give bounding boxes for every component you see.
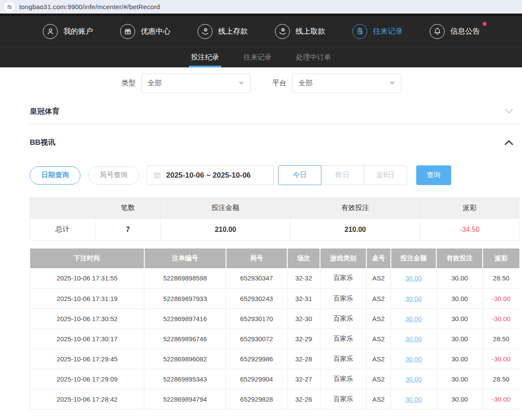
cell-game-type: 百家乐 xyxy=(320,308,366,329)
cell-session: 32-27 xyxy=(287,369,320,389)
nav-item-label: 线上取款 xyxy=(296,26,325,36)
header-table-id: 桌号 xyxy=(366,248,391,268)
bet-amount-link[interactable]: 30.00 xyxy=(405,396,422,403)
cell-round-id: 652930072 xyxy=(226,329,288,349)
summary-header-row: 笔数 投注金额 有效投注 派彩 xyxy=(30,198,519,219)
cell-round-id: 652930170 xyxy=(226,308,288,329)
table-row: 2025-10-06 17:28:42522869894794652929828… xyxy=(30,389,520,409)
tab-transaction-records[interactable]: 往来记录 xyxy=(241,47,274,67)
today-button[interactable]: 今日 xyxy=(278,165,321,185)
cell-session: 32-29 xyxy=(287,329,320,349)
deposit-icon: ¥ xyxy=(198,24,212,39)
cell-order-id: 522869894794 xyxy=(144,389,226,409)
cell-table-id: AS2 xyxy=(366,369,391,389)
cell-valid-bet: 30.00 xyxy=(436,308,483,329)
query-toolbar: 日期查询 局号查询 2025-10-06 ~ 2025-10-06 今日 昨日 … xyxy=(30,165,519,185)
cell-order-id: 522869897933 xyxy=(144,288,226,308)
cell-payout: 28.50 xyxy=(483,329,519,349)
section-divider xyxy=(30,124,519,124)
platform-filter-label: 平台 xyxy=(272,79,286,88)
summary-total-label: 总计 xyxy=(30,219,95,241)
cell-order-id: 522869897416 xyxy=(144,308,226,329)
summary-total-row: 总计 7 210.00 210.00 -34.50 xyxy=(30,219,519,241)
bet-amount-link[interactable]: 30.00 xyxy=(405,295,422,302)
cell-game-type: 百家乐 xyxy=(320,268,366,288)
section-title: 皇冠体育 xyxy=(30,106,59,116)
withdraw-icon: $ xyxy=(275,24,290,39)
cell-table-id: AS2 xyxy=(366,329,391,349)
section-huangguan-sports[interactable]: 皇冠体育 xyxy=(30,98,519,124)
date-shortcut-group: 今日 昨日 近8日 xyxy=(278,165,407,185)
type-filter-label: 类型 xyxy=(122,79,136,88)
cell-bet-amount: 30.00 xyxy=(391,329,437,349)
cell-table-id: AS2 xyxy=(366,288,391,308)
chevron-up-icon[interactable] xyxy=(504,139,514,146)
cell-game-type: 百家乐 xyxy=(320,349,366,369)
date-range-input[interactable]: 2025-10-06 ~ 2025-10-06 xyxy=(147,165,274,185)
cell-session: 32-30 xyxy=(287,308,320,329)
cell-valid-bet: 30.00 xyxy=(436,329,483,349)
date-query-button[interactable]: 日期查询 xyxy=(30,166,80,185)
cell-round-id: 652930347 xyxy=(226,268,288,288)
tab-bet-records[interactable]: 投注纪录 xyxy=(189,47,221,67)
summary-header-bet-amount: 投注金额 xyxy=(161,198,290,219)
url-text[interactable]: tongbao31.com:9900/infe/mcenter/#/betRec… xyxy=(19,3,160,10)
chevron-down-icon[interactable] xyxy=(504,108,514,115)
platform-select[interactable]: 全部 xyxy=(292,74,401,93)
nav-item-announcements[interactable]: 信息公告 xyxy=(430,24,480,39)
summary-count-value: 7 xyxy=(95,219,161,241)
table-row: 2025-10-06 17:30:52522869897416652930170… xyxy=(30,308,520,329)
header-round-id: 局号 xyxy=(226,248,288,268)
type-select[interactable]: 全部 xyxy=(141,74,251,93)
cell-payout: -30.00 xyxy=(483,288,519,308)
nav-item-deposit[interactable]: ¥ 线上存款 xyxy=(198,24,248,39)
header-valid-bet: 有效投注 xyxy=(436,248,483,268)
bet-amount-link[interactable]: 30.00 xyxy=(405,355,422,363)
table-row: 2025-10-06 17:30:17522869896746652930072… xyxy=(30,329,520,349)
cell-game-type: 百家乐 xyxy=(320,288,366,308)
bet-amount-link[interactable]: 30.00 xyxy=(405,375,422,383)
platform-select-value: 全部 xyxy=(299,79,313,88)
summary-header-payout: 派彩 xyxy=(420,198,519,219)
cell-bet-amount: 30.00 xyxy=(391,349,437,369)
cell-valid-bet: 30.00 xyxy=(436,288,483,308)
cell-session: 32-31 xyxy=(287,288,320,308)
cell-bet-amount: 30.00 xyxy=(391,268,437,288)
table-row: 2025-10-06 17:29:45522869896082652929986… xyxy=(30,349,520,369)
cell-bet-time: 2025-10-06 17:31:55 xyxy=(30,268,144,288)
cell-round-id: 652929828 xyxy=(226,389,288,409)
type-select-value: 全部 xyxy=(148,79,162,88)
last-8-days-button[interactable]: 近8日 xyxy=(364,165,407,185)
nav-item-my-account[interactable]: 我的账户 xyxy=(43,24,93,39)
nav-item-records[interactable]: 往来记录 xyxy=(352,24,403,39)
bet-amount-link[interactable]: 30.00 xyxy=(405,335,422,343)
cell-table-id: AS2 xyxy=(366,349,391,369)
cell-game-type: 百家乐 xyxy=(320,389,366,409)
tab-pending-orders[interactable]: 处理中订单 xyxy=(294,47,333,67)
cell-bet-time: 2025-10-06 17:29:09 xyxy=(30,369,144,389)
table-row: 2025-10-06 17:31:19522869897933652930243… xyxy=(30,288,520,308)
site-settings-icon[interactable] xyxy=(4,2,14,12)
nav-item-promotions[interactable]: 优惠中心 xyxy=(120,24,171,39)
nav-item-withdraw[interactable]: $ 线上取款 xyxy=(275,24,325,39)
cell-valid-bet: 30.00 xyxy=(436,349,483,369)
search-button[interactable]: 查询 xyxy=(416,165,451,185)
cell-game-type: 百家乐 xyxy=(320,369,366,389)
cell-valid-bet: 30.00 xyxy=(436,268,483,288)
bet-amount-link[interactable]: 30.00 xyxy=(405,274,422,282)
round-query-button[interactable]: 局号查询 xyxy=(88,166,139,185)
cell-order-id: 522869898598 xyxy=(144,268,226,288)
yesterday-button[interactable]: 昨日 xyxy=(321,165,364,185)
bet-records-table: 下注时间 注单编号 局号 场次 游戏类别 桌号 投注金额 有效投注 派彩 202… xyxy=(30,248,519,410)
records-icon xyxy=(352,24,367,39)
cell-bet-time: 2025-10-06 17:30:17 xyxy=(30,329,144,349)
cell-bet-amount: 30.00 xyxy=(391,308,437,329)
section-title: BB视讯 xyxy=(30,137,56,147)
notification-dot xyxy=(483,22,487,26)
main-nav: 我的账户 优惠中心 ¥ 线上存 xyxy=(0,16,522,47)
nav-item-label: 信息公告 xyxy=(450,26,480,36)
section-bb-live[interactable]: BB视讯 xyxy=(30,130,519,155)
nav-item-label: 线上存款 xyxy=(218,26,248,36)
chevron-down-icon xyxy=(390,82,395,85)
bet-amount-link[interactable]: 30.00 xyxy=(405,315,422,322)
